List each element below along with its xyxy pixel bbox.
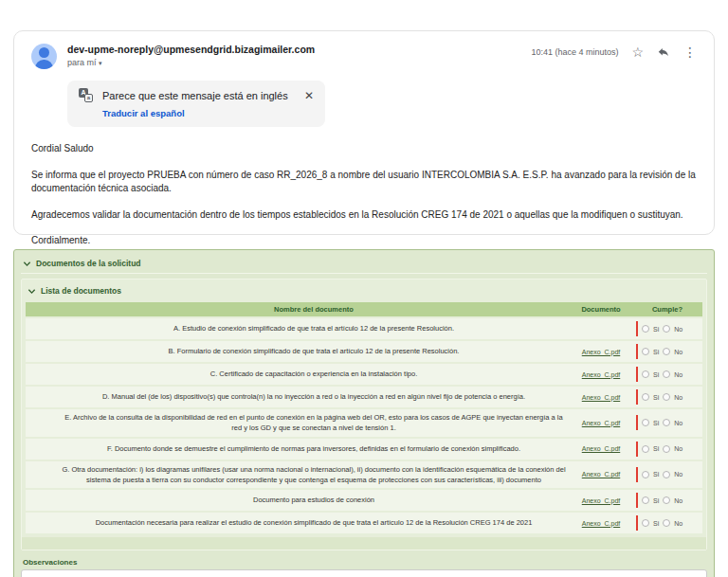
body-paragraph-2: Agradecemos validar la documentación den… (31, 208, 697, 223)
radio-si[interactable] (642, 393, 649, 401)
radio-si-label: Si (653, 420, 659, 426)
list-title: Lista de documentos (41, 286, 121, 296)
translate-action-link[interactable]: Traducir al español (102, 108, 314, 118)
radio-si[interactable] (642, 519, 649, 527)
document-name: D. Manual del (de los) dispositivo(s) qu… (58, 387, 570, 407)
radio-no-label: No (674, 445, 682, 452)
table-row: F. Documento donde se demuestre el cumpl… (26, 439, 702, 460)
radio-no-label: No (674, 520, 682, 527)
document-link[interactable]: Anexo_C.pdf (582, 349, 620, 355)
email-header-meta: 10:41 (hace 4 minutos) ☆ ⋮ (531, 45, 697, 59)
sender-email: dev-upme-noreply@upmesendgrid.bizagimail… (67, 44, 531, 55)
document-name: C. Certificado de capacitación o experie… (58, 364, 570, 385)
required-indicator (636, 367, 638, 382)
header-documento: Documento (570, 302, 632, 316)
sender-avatar-icon[interactable] (31, 44, 57, 69)
radio-si-label: Si (653, 349, 659, 355)
document-link[interactable]: Anexo_C.pdf (582, 371, 620, 378)
radio-no-label: No (674, 349, 682, 355)
radio-si[interactable] (642, 471, 649, 478)
greeting-text: Cordial Saludo (31, 142, 697, 156)
section-header-documentos[interactable]: Documentos de la solicitud (21, 255, 707, 274)
document-link[interactable]: Anexo_C.pdf (582, 471, 620, 478)
radio-no[interactable] (663, 393, 670, 401)
email-body: Cordial Saludo Se informa que el proyect… (31, 142, 697, 248)
document-link[interactable]: Anexo_C.pdf (582, 520, 620, 527)
documents-table: Nombre del documento Documento Cumple? A… (26, 300, 702, 535)
table-row: E. Archivo de la consulta de la disponib… (26, 409, 702, 437)
document-name: A. Estudio de conexión simplificado de q… (58, 318, 570, 339)
table-row: B. Formulario de conexión simplificado d… (26, 341, 702, 362)
radio-si-label: Si (653, 371, 659, 378)
radio-no-label: No (674, 371, 682, 378)
translate-message: Parece que este mensaje está en inglés (102, 90, 297, 101)
close-icon[interactable]: ✕ (297, 89, 314, 102)
recipient-label: para mí (67, 58, 97, 67)
translate-icon: Aa (79, 88, 93, 102)
radio-si[interactable] (642, 348, 649, 355)
table-row: Documento para estudios de conexión Anex… (26, 490, 702, 511)
row-spacer (26, 387, 58, 407)
header-nombre: Nombre del documento (58, 302, 570, 316)
header-cumple: Cumple? (632, 302, 702, 316)
radio-si[interactable] (642, 445, 649, 453)
radio-si-label: Si (653, 471, 659, 478)
row-spacer (26, 461, 58, 489)
translate-banner: Aa Parece que este mensaje está en inglé… (67, 81, 325, 127)
section-title: Documentos de la solicitud (36, 259, 141, 268)
radio-no[interactable] (663, 519, 670, 527)
document-link[interactable]: Anexo_C.pdf (582, 420, 620, 426)
observations-textarea[interactable] (21, 569, 707, 577)
table-row: D. Manual del (de los) dispositivo(s) qu… (26, 387, 702, 407)
radio-si[interactable] (642, 496, 649, 504)
radio-si[interactable] (642, 325, 649, 333)
header-spacer (26, 302, 58, 316)
radio-no[interactable] (663, 370, 670, 378)
document-link[interactable]: Anexo_C.pdf (582, 394, 620, 401)
document-name: E. Archivo de la consulta de la disponib… (58, 409, 570, 437)
document-name: B. Formulario de conexión simplificado d… (58, 341, 570, 362)
chevron-down-icon[interactable] (23, 260, 31, 268)
radio-no[interactable] (663, 348, 670, 355)
radio-si-label: Si (653, 394, 659, 401)
table-footer-strip (22, 537, 706, 550)
radio-si-label: Si (653, 520, 659, 527)
document-link[interactable]: Anexo_C.pdf (582, 445, 620, 452)
radio-si[interactable] (642, 370, 649, 378)
email-timestamp: 10:41 (hace 4 minutos) (531, 47, 618, 57)
reply-icon[interactable] (657, 45, 670, 59)
radio-no[interactable] (663, 325, 670, 333)
section-header-lista[interactable]: Lista de documentos (26, 282, 702, 300)
required-indicator (636, 344, 638, 359)
radio-no[interactable] (663, 419, 670, 426)
radio-si[interactable] (642, 419, 649, 426)
observations-label: Observaciones (23, 558, 705, 567)
recipient-line[interactable]: para mí ▾ (67, 58, 531, 67)
documents-panel: Documentos de la solicitud Lista de docu… (13, 249, 715, 577)
body-paragraph-1: Se informa que el proyecto PRUEBA con nú… (31, 169, 697, 196)
required-indicator (636, 442, 638, 457)
star-icon[interactable]: ☆ (631, 45, 644, 59)
row-spacer (26, 364, 58, 385)
radio-no-label: No (674, 326, 682, 333)
email-card: dev-upme-noreply@upmesendgrid.bizagimail… (13, 30, 715, 235)
row-spacer (26, 439, 58, 460)
document-link[interactable]: Anexo_C.pdf (582, 497, 620, 504)
avatar-person-body (35, 60, 53, 69)
more-options-icon[interactable]: ⋮ (683, 45, 697, 59)
row-spacer (26, 409, 58, 437)
row-spacer (26, 341, 58, 362)
required-indicator (636, 389, 638, 405)
radio-si-label: Si (653, 445, 659, 452)
document-name: Documentación necesaria para realizar el… (58, 513, 570, 533)
sender-block: dev-upme-noreply@upmesendgrid.bizagimail… (67, 44, 531, 67)
radio-no[interactable] (663, 496, 670, 504)
chevron-down-icon[interactable] (27, 287, 36, 296)
recipient-dropdown-icon[interactable]: ▾ (99, 60, 102, 66)
radio-no[interactable] (663, 445, 670, 453)
required-indicator (636, 493, 638, 508)
radio-no-label: No (674, 420, 682, 426)
radio-no[interactable] (663, 471, 670, 478)
radio-si-label: Si (653, 326, 659, 333)
radio-no-label: No (674, 394, 682, 401)
